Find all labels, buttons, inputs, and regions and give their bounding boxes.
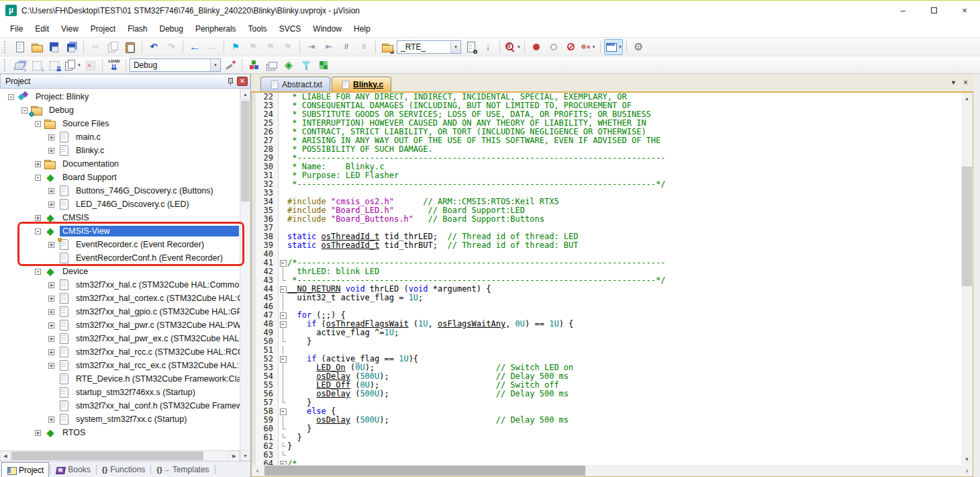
expand-icon[interactable]: + [48,349,54,355]
expand-icon[interactable]: + [48,148,54,154]
collapse-icon[interactable]: - [35,269,41,275]
expand-icon[interactable]: + [48,417,54,423]
minimize-button[interactable]: – [887,1,918,20]
comment-selection-icon[interactable]: // [338,39,354,55]
scroll-left-icon[interactable]: ◀ [0,451,11,462]
select-target-combo-dropdown-icon[interactable]: ▼ [210,59,220,71]
editor-horizontal-scrollbar[interactable]: ‹ › [252,465,973,476]
navigate-back-icon[interactable]: ← [187,39,203,55]
tree-horizontal-scrollbar[interactable]: ◀ ▶ [0,450,240,461]
menu-item-svcs[interactable]: SVCS [273,22,307,36]
tree-hscroll-track[interactable] [11,451,229,461]
rebuild-all-icon[interactable]: ⇊ [46,57,62,73]
fold-toggle-icon[interactable] [279,320,287,329]
tree-item[interactable]: -Debug [0,103,240,117]
fold-toggle-icon[interactable] [279,355,287,363]
editor-vscroll-thumb[interactable] [962,167,972,286]
menu-item-file[interactable]: File [4,22,29,36]
tab-list-dropdown-icon[interactable]: ▼ [950,79,957,86]
tree-item[interactable]: +stm32f7xx_hal_pwr.c (STM32Cube HAL:PWR) [0,318,240,332]
menu-item-help[interactable]: Help [348,22,377,36]
toggle-bookmark-icon[interactable]: ⚑ [228,39,244,55]
collapse-icon[interactable]: - [21,107,28,114]
project-tree[interactable]: -Project: Blinky-Debug-Source Files+main… [0,89,240,450]
options-for-target-icon[interactable]: * [222,57,238,73]
collapse-icon[interactable]: - [8,94,14,100]
cut-icon[interactable]: ✂ [87,39,103,55]
tree-vscroll-thumb[interactable] [241,101,250,202]
tree-item[interactable]: +Buttons_746G_Discovery.c (Buttons) [0,184,240,198]
expand-icon[interactable]: + [48,309,54,315]
tree-item[interactable]: +LED_746G_Discovery.c (LED) [0,198,240,211]
tree-item[interactable]: -◈Board Support [0,171,240,184]
navigate-forward-icon[interactable]: → [204,39,220,55]
tree-item[interactable]: +startup_stm32f746xx.s (Startup) [0,386,240,399]
panel-tab-books[interactable]: Books [51,462,95,477]
editor-tab-blinky.c[interactable]: Blinky.c [332,77,391,91]
menu-item-edit[interactable]: Edit [29,22,55,36]
menu-item-tools[interactable]: Tools [242,22,273,36]
editor-hscroll-thumb[interactable] [264,466,585,476]
new-file-icon[interactable] [11,39,28,55]
configure-wrench-icon[interactable]: ⚙ [630,39,646,55]
expand-icon[interactable]: + [35,215,41,221]
previous-bookmark-icon[interactable]: ⚑ [262,39,279,55]
select-target-combo[interactable]: Debug▼ [130,57,221,73]
panel-tab-templates[interactable]: {}→Templates [152,462,213,477]
manage-project-items-icon[interactable] [263,57,279,73]
fold-toggle-icon[interactable] [279,259,287,267]
tree-item[interactable]: +stm32f7xx_hal_pwr_ex.c (STM32Cube HAL:P… [0,332,240,345]
download-load-icon[interactable]: LOAD⇊ [106,57,122,73]
select-software-packs-icon[interactable]: ◈ [281,57,297,73]
batch-build-icon[interactable]: ▼ [64,57,81,73]
tree-item[interactable]: -Source Files [0,117,240,130]
fold-toggle-icon[interactable] [279,311,287,320]
save-all-icon[interactable] [64,39,80,55]
scroll-left-icon[interactable]: ‹ [252,465,263,476]
panel-tab-functions[interactable]: {}Functions [97,462,150,477]
build-icon[interactable]: ↓ [29,57,45,73]
pin-icon[interactable] [226,77,235,86]
expand-icon[interactable]: + [48,336,54,342]
expand-icon[interactable]: + [35,430,41,436]
expand-icon[interactable]: + [48,202,54,208]
stop-build-icon[interactable] [83,57,99,73]
paste-icon[interactable] [122,39,138,55]
tree-item[interactable]: -Project: Blinky [0,90,240,103]
find-in-files-icon[interactable] [379,39,395,55]
find-all-references-icon[interactable]: d▼ [503,39,521,55]
scroll-up-icon[interactable]: ▲ [961,93,973,104]
tree-item[interactable]: +stm32f7xx_hal_cortex.c (STM32Cube HAL:C… [0,292,240,305]
manage-run-time-environment-icon[interactable] [246,57,262,73]
expand-icon[interactable]: + [48,242,54,248]
tree-item[interactable]: +EventRecorder.c (Event Recorder) [0,238,240,251]
lookup-document-icon[interactable] [462,39,479,55]
tree-item[interactable]: +Blinky.c [0,144,240,157]
tree-item[interactable]: +main.c [0,130,240,144]
editor-vertical-scrollbar[interactable]: ▲ ▼ [961,93,973,465]
save-icon[interactable] [46,39,62,55]
tree-item[interactable]: +RTE_Device.h (STM32Cube Framework:Class… [0,372,240,386]
panel-close-icon[interactable]: × [237,77,248,86]
editor-tab-abstract.txt[interactable]: Abstract.txt [260,77,330,91]
scroll-up-icon[interactable]: ▲ [240,89,250,99]
translate-file-icon[interactable]: ↓ [11,57,28,73]
menu-item-flash[interactable]: Flash [121,22,153,36]
open-file-icon[interactable] [29,39,45,55]
expand-icon[interactable]: + [48,188,54,194]
kill-all-breakpoints-icon[interactable]: ×▼ [581,39,597,55]
tree-vertical-scrollbar[interactable]: ▲ ▼ [240,89,250,461]
tree-item[interactable]: -◈Device [0,265,240,278]
collapse-icon[interactable]: - [35,121,41,127]
scroll-down-icon[interactable]: ▼ [240,450,250,461]
tree-item[interactable]: +stm32f7xx_hal.c (STM32Cube HAL:Common) [0,278,240,292]
outdent-icon[interactable]: ⇤ [321,39,337,55]
indent-icon[interactable]: ⇥ [303,39,320,55]
panel-tab-project[interactable]: Project [1,462,49,477]
scroll-right-icon[interactable]: ▶ [229,451,240,462]
code-editor[interactable]: 22 * LIABLE FOR ANY DIRECT, INDIRECT, IN… [252,93,961,465]
tree-item[interactable]: +system_stm32f7xx.c (Startup) [0,413,240,426]
find-combo[interactable]: _RTE_▼ [397,39,461,55]
enable-disable-breakpoint-icon[interactable] [546,39,562,55]
find-combo-value[interactable]: _RTE_ [397,42,450,52]
